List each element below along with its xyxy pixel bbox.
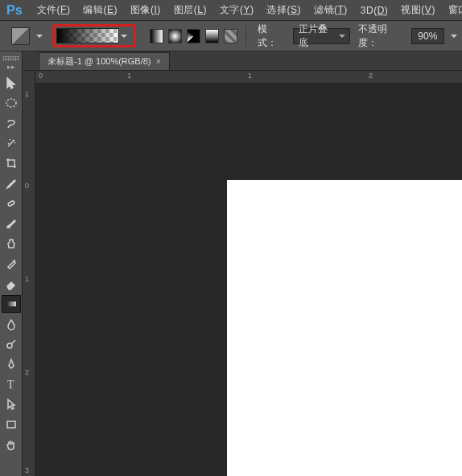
toolbox: ▸▸ T [0, 51, 23, 476]
gradient-picker-highlight [52, 24, 136, 47]
diamond-gradient-button[interactable] [224, 29, 237, 43]
radial-gradient-button[interactable] [168, 29, 182, 43]
document-tabs: 未标题-1 @ 100%(RGB/8) × [0, 51, 462, 71]
menu-layer[interactable]: 图层(L) [167, 0, 213, 21]
chevron-down-icon[interactable] [36, 35, 43, 38]
hand-tool[interactable] [2, 436, 21, 453]
opacity-input[interactable]: 90% [411, 28, 444, 44]
ruler-tick: 0 [25, 182, 29, 190]
opacity-label: 不透明度： [358, 23, 403, 50]
ruler-vertical[interactable]: 1 0 1 2 3 [23, 84, 35, 476]
crop-tool[interactable] [2, 154, 21, 172]
menu-type[interactable]: 文字(Y) [213, 0, 261, 21]
divider [245, 26, 246, 47]
svg-point-0 [6, 99, 16, 107]
chevron-down-icon[interactable] [121, 35, 127, 38]
mode-label: 模式： [258, 23, 285, 50]
menu-select[interactable]: 选择(S) [260, 0, 307, 21]
dodge-tool[interactable] [2, 335, 21, 353]
options-bar: 模式： 正片叠底 不透明度： 90% [0, 21, 462, 51]
blend-mode-select[interactable]: 正片叠底 [293, 28, 350, 44]
menu-view[interactable]: 视图(V) [394, 0, 442, 21]
healing-tool[interactable] [2, 195, 21, 212]
tool-preset-icon[interactable] [11, 27, 30, 45]
eyedropper-tool[interactable] [2, 174, 21, 192]
ruler-origin[interactable] [23, 71, 35, 84]
ruler-tick: 1 [248, 72, 252, 80]
grip-icon[interactable] [3, 56, 19, 61]
document-canvas[interactable] [227, 180, 462, 476]
close-icon[interactable]: × [156, 56, 161, 66]
ps-logo-icon: Ps [2, 3, 31, 18]
svg-rect-1 [7, 200, 14, 206]
reflected-gradient-button[interactable] [205, 29, 219, 43]
ruler-tick: 1 [25, 90, 29, 98]
expand-icon[interactable]: ▸▸ [7, 63, 15, 71]
marquee-tool[interactable] [2, 94, 21, 112]
ruler-tick: 1 [127, 72, 131, 80]
menu-3d[interactable]: 3D(D) [354, 1, 395, 20]
blur-tool[interactable] [2, 315, 21, 333]
svg-rect-2 [6, 302, 16, 306]
ruler-tick: 2 [369, 72, 373, 80]
ruler-horizontal[interactable]: 0 1 1 2 [23, 71, 462, 84]
eraser-tool[interactable] [2, 275, 21, 293]
svg-text:T: T [7, 379, 14, 391]
tab-title: 未标题-1 @ 100%(RGB/8) [47, 55, 151, 68]
brush-tool[interactable] [2, 215, 21, 232]
move-tool[interactable] [2, 74, 21, 92]
document-tab[interactable]: 未标题-1 @ 100%(RGB/8) × [39, 52, 170, 70]
svg-rect-5 [7, 421, 15, 428]
ruler-tick: 0 [39, 72, 43, 80]
menu-file[interactable]: 文件(F) [31, 0, 77, 21]
canvas-area[interactable] [35, 84, 462, 476]
gradient-swatch-button[interactable] [56, 28, 119, 43]
gradient-tool[interactable] [2, 295, 21, 313]
menu-image[interactable]: 图像(I) [124, 0, 167, 21]
history-brush-tool[interactable] [2, 255, 21, 273]
clone-tool[interactable] [2, 235, 21, 252]
path-select-tool[interactable] [2, 396, 21, 413]
menubar: Ps 文件(F) 编辑(E) 图像(I) 图层(L) 文字(Y) 选择(S) 滤… [0, 0, 462, 21]
lasso-tool[interactable] [2, 114, 21, 132]
type-tool[interactable]: T [2, 375, 21, 393]
menu-filter[interactable]: 滤镜(T) [307, 0, 354, 21]
angle-gradient-button[interactable] [187, 29, 200, 43]
linear-gradient-button[interactable] [150, 29, 163, 43]
menu-window[interactable]: 窗口(W [442, 0, 462, 21]
menu-edit[interactable]: 编辑(E) [76, 0, 124, 21]
ruler-tick: 2 [25, 368, 29, 376]
ruler-tick: 1 [25, 275, 29, 283]
magic-wand-tool[interactable] [2, 134, 21, 152]
chevron-down-icon[interactable] [451, 35, 457, 38]
ruler-tick: 3 [25, 466, 29, 474]
shape-tool[interactable] [2, 416, 21, 433]
pen-tool[interactable] [2, 355, 21, 373]
